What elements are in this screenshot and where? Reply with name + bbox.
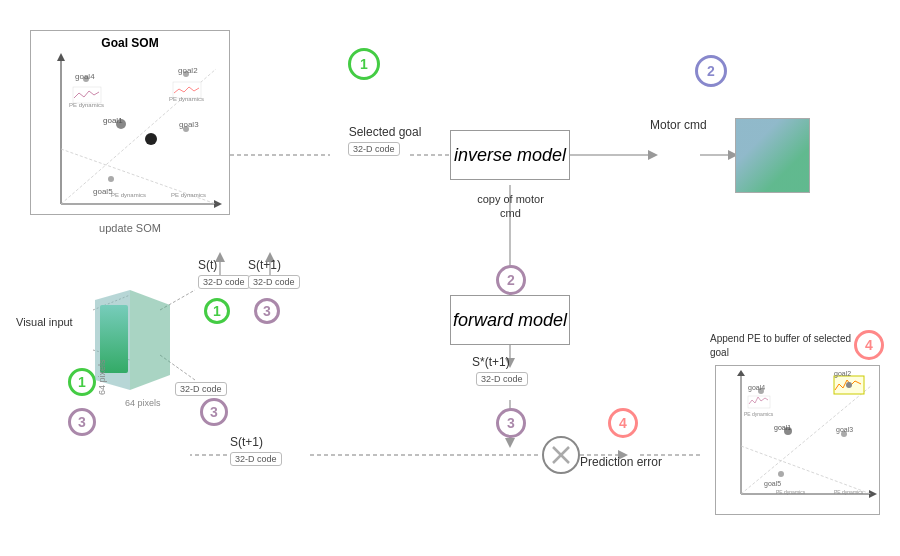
svg-text:PE dynamics: PE dynamics — [776, 489, 806, 495]
svg-text:PE dynamics: PE dynamics — [169, 96, 204, 102]
visual-input-label: Visual input — [16, 315, 73, 329]
svg-point-65 — [846, 382, 852, 388]
svg-marker-3 — [648, 150, 658, 160]
circle-4-append: 4 — [854, 330, 884, 360]
svg-text:PE dynamics: PE dynamics — [69, 102, 104, 108]
svg-point-63 — [778, 471, 784, 477]
svg-marker-27 — [57, 53, 65, 61]
update-som-label: update SOM — [30, 222, 230, 234]
svg-marker-51 — [130, 290, 170, 390]
svg-point-36 — [145, 133, 157, 145]
svg-text:goal3: goal3 — [179, 120, 199, 129]
circle-1-st: 1 — [204, 298, 230, 324]
s-star-t1-label: S*(t+1) — [472, 355, 510, 369]
svg-marker-55 — [737, 370, 745, 376]
circle-3-bottom: 3 — [200, 398, 228, 426]
svg-point-35 — [108, 176, 114, 182]
pixels-label-2: 64 pixels — [125, 398, 161, 408]
prediction-error-label: Prediction error — [580, 455, 662, 469]
svg-text:PE dynamics: PE dynamics — [171, 192, 206, 198]
s-t-label: S(t) — [198, 258, 217, 272]
s-t-badge: 32-D code — [198, 275, 250, 289]
robot-image — [735, 118, 810, 193]
s-t1-bottom-badge: 32-D code — [230, 452, 282, 466]
svg-text:goal5: goal5 — [93, 187, 113, 196]
goal-som-box: Goal SOM — [30, 30, 230, 215]
pixels-label-1: 64 pixels — [97, 359, 107, 395]
selected-goal-badge: 32-D code — [348, 142, 400, 156]
circle-1-visual: 1 — [68, 368, 96, 396]
motor-cmd-label: Motor cmd — [650, 118, 707, 132]
circle-1-top: 1 — [348, 48, 380, 80]
svg-marker-12 — [505, 438, 515, 448]
prediction-error-cross — [542, 436, 580, 474]
circle-4-pe: 4 — [608, 408, 638, 438]
svg-text:goal1: goal1 — [774, 424, 791, 432]
svg-text:PE dynamics: PE dynamics — [111, 192, 146, 198]
s-star-t1-badge: 32-D code — [476, 372, 528, 386]
encoder-32d-badge: 32-D code — [175, 382, 227, 396]
forward-model-box: forward model — [450, 295, 570, 345]
svg-text:PE dynamics: PE dynamics — [834, 489, 864, 495]
svg-marker-28 — [214, 200, 222, 208]
svg-text:goal3: goal3 — [836, 426, 853, 434]
svg-text:PE dynamics: PE dynamics — [744, 411, 774, 417]
diagram: Goal SOM — [0, 0, 900, 556]
selected-goal-label: Selected goal — [340, 125, 430, 139]
inverse-model-box: inverse model — [450, 130, 570, 180]
goal-som-box-2: goal4 goal2 goal1 goal3 goal5 PE dynamic… — [715, 365, 880, 515]
circle-3-s-star: 3 — [496, 408, 526, 438]
s-t1-bottom-label: S(t+1) — [230, 435, 263, 449]
encoder-shape — [95, 290, 175, 390]
copy-motor-cmd-label: copy of motor cmd — [468, 192, 553, 221]
svg-text:goal4: goal4 — [75, 72, 95, 81]
append-pe-label: Append PE to buffer of selected goal — [710, 332, 870, 360]
s-t1-label: S(t+1) — [248, 258, 281, 272]
svg-text:goal5: goal5 — [764, 480, 781, 488]
circle-3-visual: 3 — [68, 408, 96, 436]
circle-3-st1: 3 — [254, 298, 280, 324]
svg-text:goal1: goal1 — [103, 116, 123, 125]
goal-som-title: Goal SOM — [31, 36, 229, 50]
s-t1-badge: 32-D code — [248, 275, 300, 289]
svg-line-58 — [741, 446, 871, 494]
circle-2-top: 2 — [695, 55, 727, 87]
svg-text:goal2: goal2 — [834, 370, 851, 378]
circle-2-forward: 2 — [496, 265, 526, 295]
svg-text:goal2: goal2 — [178, 66, 198, 75]
svg-text:goal4: goal4 — [748, 384, 765, 392]
